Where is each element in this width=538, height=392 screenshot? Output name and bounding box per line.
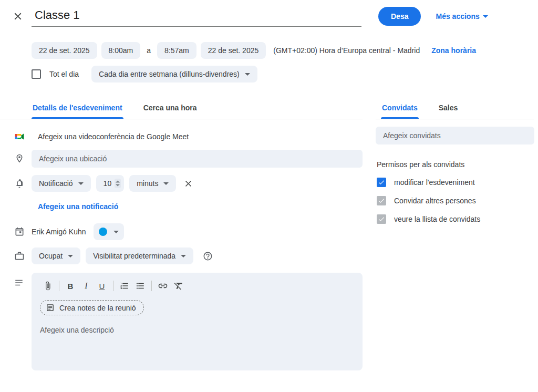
attach-file-button[interactable] xyxy=(40,278,56,294)
bulleted-list-button[interactable] xyxy=(132,278,148,294)
bulleted-list-icon xyxy=(136,281,145,291)
all-day-checkbox[interactable] xyxy=(32,69,41,79)
close-icon xyxy=(12,11,24,22)
permission-label: Convidar altres persones xyxy=(394,197,476,205)
chevron-down-icon xyxy=(245,73,250,76)
notification-type-dropdown[interactable]: Notificació xyxy=(32,175,91,192)
event-title-field-wrap xyxy=(32,6,361,27)
remove-notification-button[interactable] xyxy=(183,179,193,189)
calendar-icon xyxy=(0,226,32,237)
guests-column: Convidats Sales Afegeix convidats Permis… xyxy=(376,98,534,370)
notification-count-stepper[interactable]: 10 xyxy=(96,175,125,192)
end-time-chip[interactable]: 8:57am xyxy=(157,42,196,59)
bold-button[interactable]: B xyxy=(63,278,78,294)
permission-modify-row[interactable]: modificar l'esdeveniment xyxy=(376,178,534,187)
checkbox-checked-disabled-icon[interactable] xyxy=(377,196,386,205)
permission-label: modificar l'esdeveniment xyxy=(394,178,475,187)
briefcase-icon xyxy=(0,251,32,261)
link-icon xyxy=(158,281,168,291)
details-tabbar: Detalls de l'esdeveniment Cerca una hora xyxy=(0,98,363,119)
more-actions-button[interactable]: Més accions xyxy=(436,12,488,20)
visibility-dropdown[interactable]: Visibilitat predeterminada xyxy=(86,247,193,264)
help-icon[interactable] xyxy=(203,251,213,261)
notification-unit-dropdown[interactable]: minuts xyxy=(129,175,176,192)
guests-tabbar: Convidats Sales xyxy=(376,98,534,119)
chevron-down-icon xyxy=(68,255,73,257)
more-actions-label: Més accions xyxy=(436,12,479,20)
italic-button[interactable]: I xyxy=(78,278,94,294)
add-notification-row: Afegeix una notificació xyxy=(0,202,363,211)
location-row: Afegeix una ubicació xyxy=(0,150,363,168)
create-meeting-notes-button[interactable]: Crea notes de la reunió xyxy=(40,300,144,315)
timezone-link[interactable]: Zona horària xyxy=(431,46,476,55)
notification-unit-value: minuts xyxy=(137,179,158,188)
permission-invite-row[interactable]: Convidar altres persones xyxy=(376,196,534,205)
tab-rooms[interactable]: Sales xyxy=(438,98,459,119)
add-meet-row[interactable]: Afegeix una videoconferència de Google M… xyxy=(0,127,363,147)
create-meeting-notes-label: Crea notes de la reunió xyxy=(59,304,136,312)
event-color-dot xyxy=(99,228,107,236)
busy-status-dropdown[interactable]: Ocupat xyxy=(32,247,80,264)
tab-guests[interactable]: Convidats xyxy=(381,98,419,119)
add-meet-label: Afegeix una videoconferència de Google M… xyxy=(38,132,189,141)
tab-find-a-time[interactable]: Cerca una hora xyxy=(142,98,198,119)
event-details-column: Detalls de l'esdeveniment Cerca una hora… xyxy=(0,98,363,370)
notification-row: Notificació 10 minuts xyxy=(0,175,363,192)
toolbar-divider xyxy=(59,281,59,291)
location-pin-icon xyxy=(0,153,32,164)
document-icon xyxy=(46,303,55,312)
description-input[interactable]: Afegeix una descripció xyxy=(40,326,354,334)
numbered-list-button[interactable] xyxy=(117,278,132,294)
save-button[interactable]: Desa xyxy=(378,7,421,26)
description-editor[interactable]: B I U xyxy=(32,273,363,370)
calendar-row: Erik Amigó Kuhn xyxy=(0,223,363,240)
format-clear-icon xyxy=(173,281,184,291)
paperclip-icon xyxy=(43,281,53,291)
chevron-down-icon xyxy=(78,182,84,185)
notification-type-value: Notificació xyxy=(39,179,73,188)
tab-event-details[interactable]: Detalls de l'esdeveniment xyxy=(32,98,123,119)
event-color-dropdown[interactable] xyxy=(94,223,124,240)
event-editor-header: Desa Més accions xyxy=(0,0,538,33)
recurrence-dropdown[interactable]: Cada dia entre setmana (dilluns-divendre… xyxy=(91,66,257,82)
main-content: Detalls de l'esdeveniment Cerca una hora… xyxy=(0,98,538,370)
recurrence-value: Cada dia entre setmana (dilluns-divendre… xyxy=(99,70,240,78)
visibility-value: Visibilitat predeterminada xyxy=(93,252,175,260)
numbered-list-icon xyxy=(120,281,129,291)
bell-icon xyxy=(0,178,32,189)
stepper-arrows-icon[interactable] xyxy=(115,179,121,188)
chevron-down-icon xyxy=(483,15,488,18)
end-date-chip[interactable]: 22 de set. 2025 xyxy=(201,42,266,59)
description-row: B I U xyxy=(0,273,363,370)
busy-status-value: Ocupat xyxy=(39,252,63,260)
location-input[interactable]: Afegeix una ubicació xyxy=(32,150,363,168)
underline-button[interactable]: U xyxy=(94,278,110,294)
checkbox-checked-disabled-icon[interactable] xyxy=(377,214,386,224)
insert-link-button[interactable] xyxy=(155,278,171,294)
clear-formatting-button[interactable] xyxy=(171,278,187,294)
permission-label: veure la llista de convidats xyxy=(394,215,480,223)
datetime-row: 22 de set. 2025 8:00am a 8:57am 22 de se… xyxy=(32,42,538,59)
guest-permissions-title: Permisos per als convidats xyxy=(376,160,534,169)
permission-see-list-row[interactable]: veure la llista de convidats xyxy=(376,214,534,224)
description-toolbar: B I U xyxy=(40,278,354,294)
add-guests-input[interactable]: Afegeix convidats xyxy=(376,127,534,145)
description-lines-icon xyxy=(0,273,32,287)
add-notification-link[interactable]: Afegeix una notificació xyxy=(38,202,118,211)
toolbar-divider xyxy=(151,281,152,291)
close-button[interactable] xyxy=(7,6,28,27)
start-time-chip[interactable]: 8:00am xyxy=(101,42,141,59)
checkbox-checked-icon[interactable] xyxy=(377,178,386,187)
start-date-chip[interactable]: 22 de set. 2025 xyxy=(32,42,97,59)
notification-count-value: 10 xyxy=(104,179,112,188)
to-label: a xyxy=(144,46,153,55)
allday-row: Tot el dia Cada dia entre setmana (dillu… xyxy=(32,66,538,82)
chevron-down-icon xyxy=(163,182,169,185)
chevron-down-icon xyxy=(181,255,186,257)
google-meet-icon xyxy=(0,131,32,142)
toolbar-divider xyxy=(113,281,113,291)
event-title-input[interactable] xyxy=(35,8,361,22)
chevron-down-icon xyxy=(113,231,119,233)
calendar-owner-name: Erik Amigó Kuhn xyxy=(32,228,86,236)
all-day-label: Tot el dia xyxy=(49,70,79,78)
